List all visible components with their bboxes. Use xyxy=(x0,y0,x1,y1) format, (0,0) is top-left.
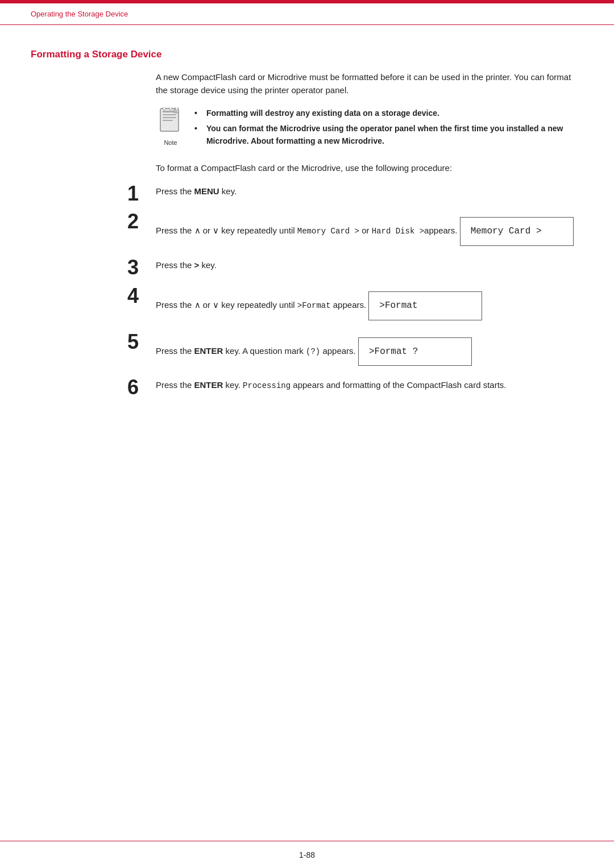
note-item-2: You can format the Microdrive using the … xyxy=(194,123,583,147)
step-4: 4 Press the ∧ or ∨ key repeatedly until … xyxy=(31,285,583,325)
svg-point-6 xyxy=(163,107,166,110)
step-5-lcd: >Format ? xyxy=(358,337,472,366)
step-1-number: 1 xyxy=(31,182,156,205)
main-content: Formatting a Storage Device A new Compac… xyxy=(31,32,583,834)
step-3-content: Press the > key. xyxy=(156,256,583,272)
svg-point-7 xyxy=(169,107,172,110)
note-list: Formatting will destroy any existing dat… xyxy=(194,107,583,148)
step-4-content: Press the ∧ or ∨ key repeatedly until >F… xyxy=(156,285,583,325)
step-3-number: 3 xyxy=(31,256,156,279)
step-6: 6 Press the ENTER key. Processing appear… xyxy=(31,376,583,399)
note-item-1: Formatting will destroy any existing dat… xyxy=(194,107,583,120)
step-4-lcd: >Format xyxy=(368,291,482,320)
step-1: 1 Press the MENU key. xyxy=(31,182,583,205)
step-3: 3 Press the > key. xyxy=(31,256,583,279)
step-1-bold: MENU xyxy=(194,186,219,196)
note-document-icon xyxy=(158,107,183,137)
note-box: Note Formatting will destroy any existin… xyxy=(156,107,583,151)
step-2-content: Press the ∧ or ∨ key repeatedly until Me… xyxy=(156,210,583,251)
svg-rect-2 xyxy=(163,114,176,115)
step-5-bold: ENTER xyxy=(194,346,223,356)
step-6-content: Press the ENTER key. Processing appears … xyxy=(156,376,583,393)
step-6-bold: ENTER xyxy=(194,380,223,390)
header-bar: Operating the Storage Device xyxy=(0,3,614,25)
step-5-number: 5 xyxy=(31,331,156,353)
step-6-number: 6 xyxy=(31,376,156,399)
step-2: 2 Press the ∧ or ∨ key repeatedly until … xyxy=(31,210,583,251)
note-text-1: Formatting will destroy any existing dat… xyxy=(206,107,439,120)
step-4-number: 4 xyxy=(31,285,156,307)
step-4-code: >Format xyxy=(297,301,331,310)
note-content: Formatting will destroy any existing dat… xyxy=(194,107,583,151)
step-6-code: Processing xyxy=(243,381,291,390)
note-text-2: You can format the Microdrive using the … xyxy=(206,123,583,147)
svg-point-8 xyxy=(176,107,179,110)
step-1-content: Press the MENU key. xyxy=(156,182,583,198)
step-2-code1: Memory Card > xyxy=(297,227,359,236)
step-2-code2: Hard Disk > xyxy=(372,227,424,236)
note-label: Note xyxy=(164,139,177,146)
section-title: Formatting a Storage Device xyxy=(31,49,583,60)
procedure-intro: To format a CompactFlash card or the Mic… xyxy=(156,161,583,174)
page-number: 1-88 xyxy=(299,850,315,859)
step-2-number: 2 xyxy=(31,210,156,233)
step-5-code: (?) xyxy=(306,347,320,356)
step-5-content: Press the ENTER key. A question mark (?)… xyxy=(156,331,583,371)
svg-rect-4 xyxy=(163,120,173,121)
svg-rect-3 xyxy=(163,117,176,118)
breadcrumb: Operating the Storage Device xyxy=(31,10,128,18)
step-5: 5 Press the ENTER key. A question mark (… xyxy=(31,331,583,371)
intro-text: A new CompactFlash card or Microdrive mu… xyxy=(156,70,583,97)
bottom-bar: 1-88 xyxy=(0,841,614,868)
note-icon-container: Note xyxy=(156,107,185,146)
step-3-gt: > xyxy=(194,260,200,270)
step-2-lcd: Memory Card > xyxy=(460,217,574,246)
steps-container: 1 Press the MENU key. 2 Press the ∧ or ∨… xyxy=(31,182,583,399)
